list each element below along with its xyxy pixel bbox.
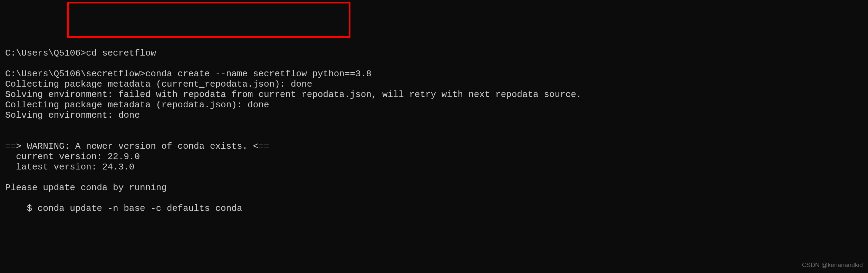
terminal-line-output: Collecting package metadata (repodata.js… bbox=[5, 100, 863, 110]
terminal-line-update-cmd: $ conda update -n base -c defaults conda bbox=[5, 204, 863, 214]
terminal-line-output: Solving environment: failed with repodat… bbox=[5, 90, 863, 100]
terminal-line-version-current: current version: 22.9.0 bbox=[5, 152, 863, 162]
terminal-line-blank bbox=[5, 59, 863, 69]
terminal-line-warning: ==> WARNING: A newer version of conda ex… bbox=[5, 142, 863, 152]
terminal-output[interactable]: C:\Users\Q5106>cd secretflowC:\Users\Q51… bbox=[5, 48, 863, 214]
terminal-line-update-msg: Please update conda by running bbox=[5, 183, 863, 193]
terminal-line-prompt: C:\Users\Q5106>cd secretflow bbox=[5, 48, 863, 59]
terminal-line-blank bbox=[5, 131, 863, 142]
terminal-line-output: Collecting package metadata (current_rep… bbox=[5, 79, 863, 90]
terminal-line-version-latest: latest version: 24.3.0 bbox=[5, 162, 863, 173]
terminal-line-prompt: C:\Users\Q5106\secretflow>conda create -… bbox=[5, 69, 863, 79]
annotation-highlight-box bbox=[67, 2, 350, 38]
terminal-line-output: Solving environment: done bbox=[5, 110, 863, 121]
watermark-text: CSDN @kenanandkid bbox=[802, 262, 863, 269]
terminal-line-blank bbox=[5, 173, 863, 183]
terminal-line-blank bbox=[5, 121, 863, 131]
terminal-line-blank bbox=[5, 193, 863, 204]
